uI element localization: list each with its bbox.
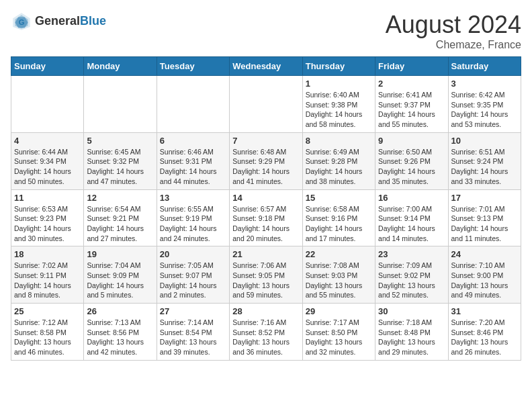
day-info: Sunrise: 7:00 AMSunset: 9:14 PMDaylight:… bbox=[378, 205, 435, 242]
day-number: 3 bbox=[451, 79, 518, 89]
weekday-header: Monday bbox=[84, 57, 157, 76]
calendar-cell: 3Sunrise: 6:42 AMSunset: 9:35 PMDaylight… bbox=[448, 76, 521, 133]
day-info: Sunrise: 7:20 AMSunset: 8:46 PMDaylight:… bbox=[451, 318, 508, 356]
day-info: Sunrise: 6:44 AMSunset: 9:34 PMDaylight:… bbox=[14, 148, 71, 185]
day-info: Sunrise: 7:02 AMSunset: 9:11 PMDaylight:… bbox=[14, 261, 71, 299]
calendar-cell: 21Sunrise: 7:06 AMSunset: 9:05 PMDayligh… bbox=[230, 246, 302, 304]
day-number: 17 bbox=[451, 193, 518, 203]
calendar-table: SundayMondayTuesdayWednesdayThursdayFrid… bbox=[11, 56, 521, 361]
day-number: 13 bbox=[160, 193, 226, 203]
calendar-cell: 14Sunrise: 6:57 AMSunset: 9:18 PMDayligh… bbox=[230, 189, 302, 246]
calendar-week-row: 4Sunrise: 6:44 AMSunset: 9:34 PMDaylight… bbox=[11, 132, 521, 189]
day-number: 8 bbox=[306, 136, 372, 146]
day-number: 30 bbox=[378, 306, 445, 316]
day-info: Sunrise: 6:41 AMSunset: 9:37 PMDaylight:… bbox=[378, 91, 435, 128]
day-number: 15 bbox=[306, 193, 372, 203]
calendar-cell: 19Sunrise: 7:04 AMSunset: 9:09 PMDayligh… bbox=[84, 246, 157, 304]
title-block: August 2024 Chemaze, France bbox=[386, 11, 521, 51]
weekday-header: Tuesday bbox=[157, 57, 229, 76]
day-number: 29 bbox=[306, 306, 372, 316]
calendar-cell: 4Sunrise: 6:44 AMSunset: 9:34 PMDaylight… bbox=[11, 132, 84, 189]
day-info: Sunrise: 7:17 AMSunset: 8:50 PMDaylight:… bbox=[306, 318, 363, 356]
calendar-cell bbox=[84, 76, 157, 133]
calendar-cell: 8Sunrise: 6:49 AMSunset: 9:28 PMDaylight… bbox=[302, 132, 375, 189]
day-info: Sunrise: 7:13 AMSunset: 8:56 PMDaylight:… bbox=[87, 318, 144, 356]
day-info: Sunrise: 6:46 AMSunset: 9:31 PMDaylight:… bbox=[160, 148, 217, 185]
day-number: 14 bbox=[232, 193, 299, 203]
day-info: Sunrise: 6:54 AMSunset: 9:21 PMDaylight:… bbox=[87, 205, 144, 242]
page-header: G GeneralBlue August 2024 Chemaze, Franc… bbox=[11, 11, 521, 51]
day-number: 7 bbox=[232, 136, 299, 146]
day-info: Sunrise: 6:48 AMSunset: 9:29 PMDaylight:… bbox=[232, 148, 290, 185]
calendar-week-row: 11Sunrise: 6:53 AMSunset: 9:23 PMDayligh… bbox=[11, 189, 521, 246]
calendar-cell: 20Sunrise: 7:05 AMSunset: 9:07 PMDayligh… bbox=[157, 246, 229, 304]
calendar-cell: 9Sunrise: 6:50 AMSunset: 9:26 PMDaylight… bbox=[375, 132, 448, 189]
day-info: Sunrise: 6:53 AMSunset: 9:23 PMDaylight:… bbox=[14, 205, 71, 242]
day-info: Sunrise: 6:42 AMSunset: 9:35 PMDaylight:… bbox=[451, 91, 508, 128]
day-info: Sunrise: 7:04 AMSunset: 9:09 PMDaylight:… bbox=[87, 261, 144, 299]
calendar-cell: 13Sunrise: 6:55 AMSunset: 9:19 PMDayligh… bbox=[157, 189, 229, 246]
day-number: 27 bbox=[160, 306, 226, 316]
day-number: 12 bbox=[87, 193, 153, 203]
day-number: 26 bbox=[87, 306, 153, 316]
day-number: 16 bbox=[378, 193, 445, 203]
day-number: 9 bbox=[378, 136, 445, 146]
calendar-cell: 2Sunrise: 6:41 AMSunset: 9:37 PMDaylight… bbox=[375, 76, 448, 133]
day-info: Sunrise: 6:58 AMSunset: 9:16 PMDaylight:… bbox=[306, 205, 363, 242]
calendar-cell: 28Sunrise: 7:16 AMSunset: 8:52 PMDayligh… bbox=[230, 304, 302, 361]
calendar-cell: 24Sunrise: 7:10 AMSunset: 9:00 PMDayligh… bbox=[448, 246, 521, 304]
calendar-cell: 22Sunrise: 7:08 AMSunset: 9:03 PMDayligh… bbox=[302, 246, 375, 304]
calendar-cell: 5Sunrise: 6:45 AMSunset: 9:32 PMDaylight… bbox=[84, 132, 157, 189]
day-info: Sunrise: 6:51 AMSunset: 9:24 PMDaylight:… bbox=[451, 148, 508, 185]
day-info: Sunrise: 7:05 AMSunset: 9:07 PMDaylight:… bbox=[160, 261, 217, 299]
day-number: 31 bbox=[451, 306, 518, 316]
day-number: 10 bbox=[451, 136, 518, 146]
calendar-cell: 23Sunrise: 7:09 AMSunset: 9:02 PMDayligh… bbox=[375, 246, 448, 304]
day-number: 5 bbox=[87, 136, 153, 146]
day-number: 4 bbox=[14, 136, 81, 146]
day-number: 18 bbox=[14, 249, 81, 259]
day-number: 11 bbox=[14, 193, 81, 203]
calendar-week-row: 25Sunrise: 7:12 AMSunset: 8:58 PMDayligh… bbox=[11, 304, 521, 361]
calendar-cell: 15Sunrise: 6:58 AMSunset: 9:16 PMDayligh… bbox=[302, 189, 375, 246]
calendar-cell: 29Sunrise: 7:17 AMSunset: 8:50 PMDayligh… bbox=[302, 304, 375, 361]
day-info: Sunrise: 7:08 AMSunset: 9:03 PMDaylight:… bbox=[306, 261, 363, 299]
weekday-header: Thursday bbox=[302, 57, 375, 76]
weekday-header: Friday bbox=[375, 57, 448, 76]
day-info: Sunrise: 6:49 AMSunset: 9:28 PMDaylight:… bbox=[306, 148, 363, 185]
day-info: Sunrise: 6:55 AMSunset: 9:19 PMDaylight:… bbox=[160, 205, 217, 242]
day-number: 6 bbox=[160, 136, 226, 146]
day-number: 19 bbox=[87, 249, 153, 259]
calendar-cell: 6Sunrise: 6:46 AMSunset: 9:31 PMDaylight… bbox=[157, 132, 229, 189]
calendar-cell: 11Sunrise: 6:53 AMSunset: 9:23 PMDayligh… bbox=[11, 189, 84, 246]
calendar-cell: 27Sunrise: 7:14 AMSunset: 8:54 PMDayligh… bbox=[157, 304, 229, 361]
day-number: 22 bbox=[306, 249, 372, 259]
calendar-cell: 7Sunrise: 6:48 AMSunset: 9:29 PMDaylight… bbox=[230, 132, 302, 189]
day-info: Sunrise: 6:57 AMSunset: 9:18 PMDaylight:… bbox=[232, 205, 290, 242]
day-number: 20 bbox=[160, 249, 226, 259]
day-number: 25 bbox=[14, 306, 81, 316]
location: Chemaze, France bbox=[386, 39, 521, 51]
day-info: Sunrise: 7:16 AMSunset: 8:52 PMDaylight:… bbox=[232, 318, 290, 356]
month-year: August 2024 bbox=[386, 11, 521, 39]
weekday-header: Saturday bbox=[448, 57, 521, 76]
day-info: Sunrise: 7:01 AMSunset: 9:13 PMDaylight:… bbox=[451, 205, 508, 242]
weekday-header: Sunday bbox=[11, 57, 84, 76]
day-number: 21 bbox=[232, 249, 299, 259]
calendar-cell: 30Sunrise: 7:18 AMSunset: 8:48 PMDayligh… bbox=[375, 304, 448, 361]
day-info: Sunrise: 7:06 AMSunset: 9:05 PMDaylight:… bbox=[232, 261, 290, 299]
day-number: 1 bbox=[306, 79, 372, 89]
logo: G GeneralBlue bbox=[11, 11, 106, 32]
weekday-header: Wednesday bbox=[230, 57, 302, 76]
day-number: 24 bbox=[451, 249, 518, 259]
day-number: 28 bbox=[232, 306, 299, 316]
day-info: Sunrise: 7:10 AMSunset: 9:00 PMDaylight:… bbox=[451, 261, 508, 299]
day-info: Sunrise: 7:09 AMSunset: 9:02 PMDaylight:… bbox=[378, 261, 435, 299]
weekday-header-row: SundayMondayTuesdayWednesdayThursdayFrid… bbox=[11, 57, 521, 76]
calendar-cell: 17Sunrise: 7:01 AMSunset: 9:13 PMDayligh… bbox=[448, 189, 521, 246]
calendar-cell: 1Sunrise: 6:40 AMSunset: 9:38 PMDaylight… bbox=[302, 76, 375, 133]
calendar-cell: 18Sunrise: 7:02 AMSunset: 9:11 PMDayligh… bbox=[11, 246, 84, 304]
calendar-cell: 16Sunrise: 7:00 AMSunset: 9:14 PMDayligh… bbox=[375, 189, 448, 246]
calendar-cell: 12Sunrise: 6:54 AMSunset: 9:21 PMDayligh… bbox=[84, 189, 157, 246]
calendar-cell: 25Sunrise: 7:12 AMSunset: 8:58 PMDayligh… bbox=[11, 304, 84, 361]
